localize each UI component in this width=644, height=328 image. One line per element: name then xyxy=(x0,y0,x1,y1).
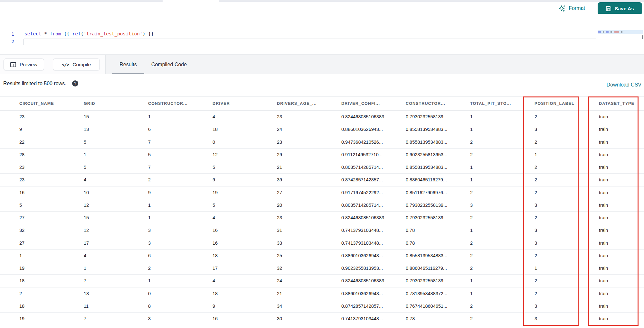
table-cell: 12 xyxy=(64,224,129,236)
table-cell: train xyxy=(580,111,644,123)
table-cell: train xyxy=(580,287,644,300)
table-cell: 1 xyxy=(451,275,515,287)
code-line[interactable]: select * from {{ ref('train_test_positio… xyxy=(24,31,154,36)
table-cell: 1 xyxy=(451,287,515,300)
table-cell: 0.8742857142857... xyxy=(322,174,386,186)
table-cell: 8 xyxy=(129,300,193,312)
table-cell: 12 xyxy=(64,199,129,211)
table-cell: train xyxy=(580,136,644,148)
table-cell: 7 xyxy=(129,161,193,173)
table-row: 14618250.8860103626943...0.8558139534883… xyxy=(0,250,644,262)
table-cell: 0.9023255813953... xyxy=(322,262,386,274)
table-cell: 3 xyxy=(515,300,580,312)
table-cell: 4 xyxy=(193,111,258,123)
table-header-row: CIRCUIT_NAMEGRIDCONSTRUCTOR...DRIVERDRIV… xyxy=(0,96,644,111)
table-row: 213018210.8860103626943...0.781395348837… xyxy=(0,287,644,300)
table-cell: 0.7674418604651... xyxy=(386,300,451,312)
code-minimap[interactable] xyxy=(598,30,643,34)
table-cell: 2 xyxy=(451,262,515,274)
table-cell: 20 xyxy=(258,199,322,211)
minimap-mark xyxy=(611,32,612,32)
tab-compiled-code-label: Compiled Code xyxy=(151,62,187,68)
column-header: CIRCUIT_NAME xyxy=(0,97,64,110)
table-cell: 1 xyxy=(129,111,193,123)
table-row: 281512290.9112149532710...0.902325581395… xyxy=(0,149,644,161)
table-row: 913618240.8860103626943...0.855813953488… xyxy=(0,123,644,136)
table-cell: 3 xyxy=(129,313,193,325)
table-cell: 0 xyxy=(193,136,258,148)
table-cell: 4 xyxy=(64,250,129,262)
table-cell: 0.8742857142857... xyxy=(322,300,386,312)
table-cell: 1 xyxy=(64,149,129,161)
table-cell: 33 xyxy=(258,237,322,249)
table-cell: 2 xyxy=(451,136,515,148)
table-cell: 19 xyxy=(0,313,64,325)
table-cell: 1 xyxy=(515,149,580,161)
column-header: TOTAL_PIT_STO... xyxy=(451,97,515,110)
table-cell: 39 xyxy=(258,174,322,186)
table-cell: 0.9171974522292... xyxy=(322,187,386,199)
table-cell: 13 xyxy=(64,287,129,300)
table-cell: 2 xyxy=(0,287,64,300)
table-cell: 18 xyxy=(193,123,258,135)
table-cell: 2 xyxy=(515,174,580,186)
sparkles-icon xyxy=(559,5,566,12)
table-cell: 18 xyxy=(193,287,258,300)
table-cell: 17 xyxy=(64,237,129,249)
table-cell: 0.8860103626943... xyxy=(322,287,386,300)
table-cell: 18 xyxy=(0,275,64,287)
table-cell: 3 xyxy=(515,237,580,249)
table-row: 23575210.8035714285714...0.8558139534883… xyxy=(0,161,644,174)
table-cell: 2 xyxy=(515,136,580,148)
table-cell: 23 xyxy=(0,161,64,173)
table-cell: 0.7930232558139... xyxy=(386,212,451,224)
table-cell: 27 xyxy=(258,187,322,199)
table-cell: 13 xyxy=(64,123,129,135)
table-row: 191217320.9023255813953...0.886046511627… xyxy=(0,262,644,275)
download-csv-link[interactable]: Download CSV xyxy=(607,82,642,88)
table-cell: 32 xyxy=(0,224,64,236)
tab-compiled-code[interactable]: Compiled Code xyxy=(146,55,193,74)
table-cell: 7 xyxy=(64,313,129,325)
table-cell: 21 xyxy=(258,287,322,300)
table-cell: 0.824468085106383 xyxy=(322,275,386,287)
table-cell: 9 xyxy=(129,187,193,199)
table-cell: 5 xyxy=(64,161,129,173)
active-line-highlight[interactable] xyxy=(24,39,596,45)
sql-editor[interactable]: 1 2 select * from {{ ref('train_test_pos… xyxy=(0,14,644,54)
code-token-plain xyxy=(41,31,44,36)
column-header: DRIVER_CONFI... xyxy=(322,97,386,110)
help-icon[interactable]: ? xyxy=(72,80,78,87)
table-cell: 0.9112149532710... xyxy=(322,149,386,161)
table-cell: train xyxy=(580,237,644,249)
table-cell: train xyxy=(580,199,644,211)
line-number-1: 1 xyxy=(6,32,14,37)
table-cell: 1 xyxy=(64,262,129,274)
table-row: 2717316330.7413793103448...0.7823train xyxy=(0,237,644,250)
format-button[interactable]: Format xyxy=(559,5,585,12)
table-cell: 22 xyxy=(0,136,64,148)
code-token-plain: {{ xyxy=(61,31,72,36)
table-cell: 1 xyxy=(129,275,193,287)
table-cell: 0.7930232558139... xyxy=(386,275,451,287)
code-icon: </> xyxy=(62,62,69,67)
compile-button[interactable]: </> Compile xyxy=(53,59,100,70)
table-cell: 5 xyxy=(129,149,193,161)
row-limit-text: Results limited to 500 rows. xyxy=(3,81,66,87)
table-cell: 0 xyxy=(129,287,193,300)
table-cell: 2 xyxy=(129,262,193,274)
table-row: 3212316310.7413793103448...0.7813train xyxy=(0,224,644,237)
column-header: CONSTRUCTOR... xyxy=(386,97,451,110)
table-cell: 2 xyxy=(451,187,515,199)
table-cell: 3 xyxy=(515,224,580,236)
tab-results[interactable]: Results xyxy=(112,55,144,74)
editor-scrollbar[interactable] xyxy=(642,35,643,39)
table-cell: 9 xyxy=(193,174,258,186)
table-cell: 1 xyxy=(451,161,515,173)
table-cell: 0.7813953488372... xyxy=(386,287,451,300)
table-row: 1610919270.9171974522292...0.85116279069… xyxy=(0,187,644,199)
preview-button[interactable]: Preview xyxy=(4,59,44,70)
save-as-button[interactable]: Save As xyxy=(598,2,642,15)
table-row: 181189340.8742857142857...0.767441860465… xyxy=(0,300,644,313)
table-cell: 0.8511627906976... xyxy=(386,187,451,199)
